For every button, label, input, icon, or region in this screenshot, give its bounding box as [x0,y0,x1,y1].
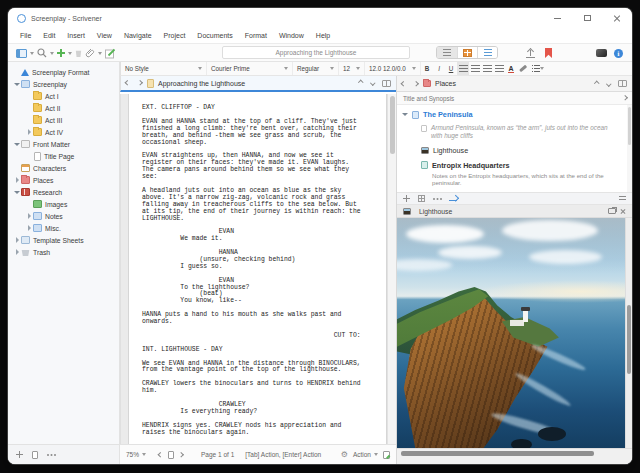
split-editor-icon[interactable] [382,80,391,87]
back-icon[interactable] [125,81,130,86]
photo-vertical-scrollbar[interactable] [625,218,632,448]
chevron-right-icon[interactable] [28,225,31,231]
menu-help[interactable]: Help [310,32,336,39]
chevron-down-icon[interactable] [14,191,20,194]
chevron-right-icon[interactable] [16,249,19,255]
add-icon[interactable] [16,451,23,458]
align-right-button[interactable] [481,62,493,75]
split-editor-icon[interactable] [618,80,627,87]
chevron-down-icon[interactable] [50,52,54,55]
bookmark-icon[interactable] [545,48,552,58]
scrollbar-thumb[interactable] [628,107,631,145]
jump-to-icon[interactable] [449,196,457,201]
list-view-icon[interactable] [619,196,626,202]
trash-icon[interactable] [75,49,82,57]
highlight-button[interactable] [517,62,529,75]
font-dropdown[interactable]: Courier Prime [207,62,293,75]
chevron-down-icon[interactable] [30,52,34,55]
binder-toggle-icon[interactable] [16,49,27,58]
sidebar-item-misc[interactable]: Misc. [8,222,119,234]
sidebar-item-act-i[interactable]: Act I [8,90,119,102]
chevron-down-icon[interactable] [98,52,102,55]
underline-button[interactable]: U [445,62,457,75]
outline-view-button[interactable] [477,47,497,58]
minimize-button[interactable] [542,8,572,28]
sidebar-item-template-sheets[interactable]: Template Sheets [8,234,119,246]
chevron-down-icon[interactable] [14,143,20,146]
previous-document-icon[interactable] [358,81,363,86]
outline-item-peninsula[interactable]: The Peninsula [397,110,632,119]
more-icon[interactable] [47,454,49,456]
sidebar-item-title-page[interactable]: Title Page [8,150,119,162]
sidebar-item-notes[interactable]: Notes [8,210,119,222]
outline-item-entropix[interactable]: Entropix Headquarters [397,161,632,170]
compose-icon[interactable] [105,48,116,59]
grid-icon[interactable] [418,195,425,202]
next-document-icon[interactable] [606,81,611,86]
align-justify-button[interactable] [493,62,505,75]
chevron-right-icon[interactable] [622,96,627,101]
sidebar-item-research[interactable]: Research [8,186,119,198]
chevron-down-icon[interactable] [14,83,20,86]
back-icon[interactable] [401,81,406,86]
text-color-button[interactable]: A [505,62,517,75]
italic-button[interactable]: I [433,62,445,75]
chevron-down-icon[interactable] [68,52,72,55]
paperclip-icon[interactable] [85,48,95,58]
share-icon[interactable] [526,49,535,58]
menu-edit[interactable]: Edit [37,32,61,39]
chevron-down-icon[interactable] [402,113,408,116]
chevron-right-icon[interactable] [16,177,19,183]
chevron-right-icon[interactable] [16,237,19,243]
forward-icon[interactable] [413,81,418,86]
scrollbar-thumb[interactable] [627,305,631,374]
add-icon[interactable] [403,195,410,202]
gear-icon[interactable]: ⚙ [341,451,348,459]
sidebar-item-images[interactable]: Images [8,198,119,210]
script-mode-icon[interactable] [383,451,390,459]
maximize-button[interactable] [572,8,602,28]
bold-button[interactable]: B [421,62,433,75]
close-icon[interactable] [620,208,626,214]
scrollbar-thumb[interactable] [390,96,395,154]
title-synopsis-bar[interactable]: Title and Synopsis [397,92,632,105]
sidebar-item-characters[interactable]: Characters [8,162,119,174]
sidebar-item-act-ii[interactable]: Act II [8,102,119,114]
search-icon[interactable] [37,48,47,58]
corkboard-view-button[interactable] [457,47,477,58]
outline-note-entropix[interactable]: Notes on the Entropix headquarters, whic… [397,172,632,186]
forward-icon[interactable] [137,81,142,86]
menu-navigate[interactable]: Navigate [118,32,158,39]
document-title-field[interactable]: Approaching the Lighthouse [222,46,410,59]
copyholder-header[interactable]: Lighthouse [397,205,632,218]
outline-scrollbar[interactable] [627,105,632,192]
sidebar-item-trash[interactable]: Trash [8,246,119,258]
outline-synopsis-peninsula[interactable]: Armund Peninsula, known as “the arm”, ju… [397,124,632,140]
outline-item-lighthouse[interactable]: Lighthouse [397,146,632,155]
scrollbar-thumb[interactable] [401,451,594,456]
screenplay-text[interactable]: EXT. CLIFFTOP - DAY EVAN and HANNA stand… [129,94,386,437]
add-item-icon[interactable] [57,49,65,57]
script-page[interactable]: EXT. CLIFFTOP - DAY EVAN and HANNA stand… [128,94,387,444]
action-dropdown[interactable]: Action [353,451,378,458]
list-button[interactable] [529,62,547,75]
sidebar-item-act-iii[interactable]: Act III [8,114,119,126]
open-in-editor-icon[interactable] [608,208,616,214]
menu-format[interactable]: Format [239,32,273,39]
zoom-dropdown[interactable]: 75% [126,451,146,458]
sidebar-item-front-matter[interactable]: Front Matter [8,138,119,150]
sidebar-item-places[interactable]: Places [8,174,119,186]
previous-document-icon[interactable] [594,81,599,86]
more-icon[interactable] [433,198,435,200]
chevron-right-icon[interactable] [28,213,31,219]
menu-file[interactable]: File [14,32,37,39]
menu-window[interactable]: Window [273,32,310,39]
photo-horizontal-scrollbar[interactable] [397,448,632,457]
document-view-button[interactable] [437,47,457,58]
close-button[interactable] [602,8,632,28]
menu-documents[interactable]: Documents [191,32,238,39]
menu-view[interactable]: View [91,32,118,39]
align-center-button[interactable] [469,62,481,75]
font-size-dropdown[interactable]: 12 [339,62,365,75]
menu-insert[interactable]: Insert [61,32,91,39]
